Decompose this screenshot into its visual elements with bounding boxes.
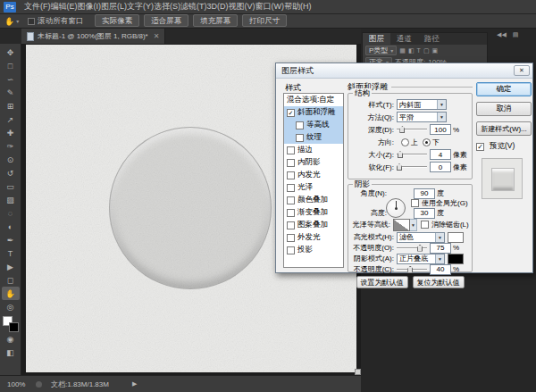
eraser-tool-icon[interactable]: ▭ [2, 179, 20, 193]
angle-input[interactable]: 90 [414, 188, 435, 199]
style-item-checkbox[interactable]: ✓ [287, 109, 295, 117]
ok-button[interactable]: 确定 [476, 82, 532, 96]
brush-tool-icon[interactable]: ✑ [2, 139, 20, 153]
color-swatches[interactable] [3, 316, 19, 332]
gloss-contour-swatch[interactable] [393, 219, 410, 231]
tab-layers[interactable]: 图层 [363, 33, 390, 45]
altitude-input[interactable]: 30 [414, 208, 435, 219]
menu-layer[interactable]: 图层(L) [101, 2, 127, 11]
menu-type[interactable]: 文字(Y) [127, 2, 154, 11]
adjustment-filter-icon[interactable]: ◧ [408, 47, 415, 54]
zoom-level-field[interactable]: 100% [7, 380, 29, 388]
shadow-opacity-input[interactable]: 40 [430, 264, 451, 275]
soften-slider[interactable] [397, 163, 427, 171]
style-item-checkbox[interactable] [287, 246, 295, 254]
close-icon[interactable]: ✕ [154, 32, 160, 40]
style-item-checkbox[interactable] [287, 159, 295, 167]
panel-menu-icon[interactable]: ▤ [513, 31, 519, 38]
menu-window[interactable]: 窗口(W) [255, 2, 285, 11]
menu-image[interactable]: 图像(I) [78, 2, 102, 11]
pen-tool-icon[interactable]: ✒ [2, 233, 20, 246]
menu-filter[interactable]: 滤镜(T) [180, 2, 207, 11]
use-global-light-checkbox[interactable] [411, 199, 419, 207]
style-item-checkbox[interactable] [296, 121, 304, 129]
direction-up-radio[interactable] [401, 138, 409, 146]
style-item-checkbox[interactable] [287, 234, 295, 242]
style-item-checkbox[interactable] [287, 171, 295, 179]
style-item-inner-glow[interactable]: 内发光 [284, 169, 343, 181]
style-item-checkbox[interactable] [287, 196, 295, 204]
size-input[interactable]: 4 [430, 149, 451, 160]
highlight-opacity-slider[interactable] [397, 244, 427, 253]
style-item-texture[interactable]: 纹理 [284, 131, 343, 144]
healing-brush-tool-icon[interactable]: ✚ [2, 126, 20, 139]
tab-paths[interactable]: 路径 [418, 33, 446, 45]
eyedropper-tool-icon[interactable]: ↗ [2, 113, 20, 126]
menu-help[interactable]: 帮助(H) [284, 2, 312, 11]
scroll-all-windows-checkbox[interactable] [28, 18, 35, 25]
marquee-tool-icon[interactable]: □ [2, 59, 20, 72]
shadow-opacity-slider[interactable] [397, 265, 427, 274]
style-item-color-overlay[interactable]: 颜色叠加 [284, 194, 343, 206]
technique-dropdown[interactable]: 平滑 ▼ [397, 112, 447, 122]
style-item-checkbox[interactable] [287, 221, 295, 229]
history-brush-tool-icon[interactable]: ↺ [2, 166, 20, 179]
bevel-circle-layer[interactable] [109, 127, 272, 289]
smart-object-filter-icon[interactable]: ▣ [432, 47, 439, 54]
lasso-tool-icon[interactable]: ∽ [2, 72, 20, 86]
blur-tool-icon[interactable]: ◌ [2, 206, 20, 220]
menu-select[interactable]: 选择(S) [154, 2, 180, 11]
pixel-filter-icon[interactable]: ▦ [399, 47, 406, 54]
style-item-pattern-overlay[interactable]: 图案叠加 [284, 219, 343, 231]
current-tool-chip[interactable]: ✋ ▾ [4, 17, 19, 26]
style-item-inner-shadow[interactable]: 内阴影 [284, 156, 343, 169]
set-default-button[interactable]: 设置为默认值 [356, 276, 408, 288]
size-slider[interactable] [397, 150, 427, 159]
print-size-button[interactable]: 打印尺寸 [242, 14, 287, 27]
zoom-tool-icon[interactable]: ◎ [2, 300, 20, 313]
menu-view[interactable]: 视图(V) [229, 2, 255, 11]
highlight-color-swatch[interactable] [448, 232, 464, 243]
quick-mask-icon[interactable]: ◉ [2, 332, 20, 346]
style-item-checkbox[interactable] [287, 184, 295, 192]
style-item-blending-options[interactable]: 混合选项:自定 [284, 94, 343, 106]
chevron-down-icon[interactable]: ▼ [410, 219, 417, 231]
style-item-satin[interactable]: 光泽 [284, 181, 343, 194]
move-tool-icon[interactable]: ✥ [2, 46, 20, 59]
status-expander-icon[interactable]: ▶ [132, 380, 137, 388]
style-item-checkbox[interactable] [287, 209, 295, 217]
style-item-checkbox[interactable] [287, 146, 295, 154]
shape-tool-icon[interactable]: ◻ [2, 273, 20, 287]
type-filter-icon[interactable]: T [417, 47, 421, 54]
shape-filter-icon[interactable]: ▢ [423, 47, 430, 54]
highlight-mode-dropdown[interactable]: 滤色 ▼ [397, 232, 445, 243]
new-style-button[interactable]: 新建样式(W)... [476, 121, 532, 136]
anti-aliased-checkbox[interactable] [421, 221, 429, 229]
style-item-outer-glow[interactable]: 外发光 [284, 231, 343, 244]
layer-filter-dropdown[interactable]: P类型▾ [365, 46, 397, 55]
style-item-drop-shadow[interactable]: 投影 [284, 244, 343, 256]
hand-tool-icon[interactable]: ✋ [2, 287, 20, 300]
soften-input[interactable]: 0 [430, 162, 451, 172]
highlight-opacity-input[interactable]: 75 [430, 243, 451, 254]
style-item-gradient-overlay[interactable]: 渐变叠加 [284, 206, 343, 219]
style-item-bevel-emboss[interactable]: ✓ 斜面和浮雕 [284, 106, 343, 119]
document-tab[interactable]: 未标题-1 @ 100%(图层 1, RGB/8)* ✕ [21, 29, 165, 44]
menu-3d[interactable]: 3D(D) [207, 2, 229, 11]
menu-edit[interactable]: 编辑(E) [51, 2, 78, 11]
actual-pixels-button[interactable]: 实际像素 [95, 14, 139, 27]
direction-down-radio[interactable] [423, 138, 431, 146]
cancel-button[interactable]: 取消 [476, 102, 532, 116]
dodge-tool-icon[interactable]: ◐ [2, 220, 20, 233]
angle-dial[interactable] [386, 198, 406, 218]
menu-file[interactable]: 文件(F) [24, 2, 51, 11]
shadow-color-swatch[interactable] [448, 254, 464, 264]
style-item-checkbox[interactable] [296, 134, 304, 142]
path-select-tool-icon[interactable]: ▶ [2, 260, 20, 273]
background-color-swatch[interactable] [9, 322, 19, 332]
depth-input[interactable]: 100 [430, 124, 451, 135]
fill-screen-button[interactable]: 填充屏幕 [193, 14, 238, 27]
chevron-down-icon[interactable]: ▾ [16, 18, 19, 24]
tab-channels[interactable]: 通道 [390, 33, 418, 45]
depth-slider[interactable] [397, 125, 427, 134]
